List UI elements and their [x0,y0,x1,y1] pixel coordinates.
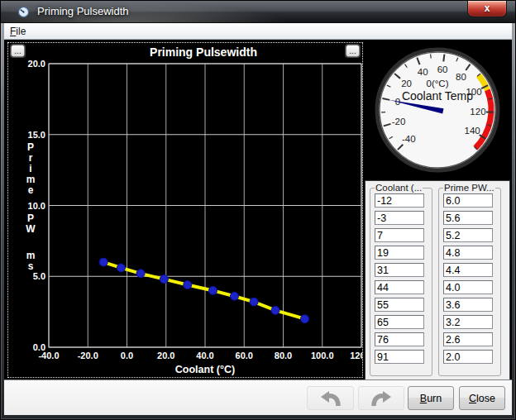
bins-group-coolant-header: Coolant (... [375,183,423,193]
table-cell-input[interactable] [375,263,424,277]
svg-text:Coolant (°C): Coolant (°C) [175,364,235,375]
svg-text:Priming Pulsewidth: Priming Pulsewidth [150,45,257,59]
close-dialog-button[interactable]: Close [459,386,505,410]
priming-pulsewidth-chart[interactable]: Priming Pulsewidth-40.0-20.00.020.040.06… [8,43,362,377]
svg-text:Coolant Temp: Coolant Temp [402,89,473,103]
table-cell-input[interactable] [375,246,424,260]
window-title: Priming Pulsewidth [37,5,129,17]
menubar: File [4,23,512,40]
svg-text:P: P [27,141,34,153]
bins-group-prime-pw-header: Prime PW... [443,183,495,193]
svg-text:20.0: 20.0 [157,351,174,360]
svg-text:10.0: 10.0 [28,201,45,211]
footer-bar: Burn Close [4,379,512,415]
redo-icon [370,389,393,408]
chart-data-point[interactable] [184,281,192,289]
table-cell-input[interactable] [443,315,493,329]
chart-data-point[interactable] [208,286,217,294]
dialog-content: ... ... Priming Pulsewidth-40.0-20.00.02… [4,40,512,415]
svg-text:80.0: 80.0 [275,351,292,360]
redo-button[interactable] [358,386,404,410]
coolant-bins-column [375,193,428,364]
bins-table-panel: Coolant (... Prime PW... [365,180,510,379]
svg-text:r: r [29,152,33,164]
svg-text:0.0: 0.0 [33,342,45,352]
chart-options-button-right[interactable]: ... [346,45,360,57]
svg-text:40: 40 [418,67,428,77]
svg-text:100.0: 100.0 [311,351,334,360]
table-cell-input[interactable] [443,350,493,364]
undo-button[interactable] [307,386,354,410]
svg-text:P: P [27,212,34,224]
table-cell-input[interactable] [443,228,493,242]
chart-data-point[interactable] [160,275,168,284]
chart-data-point[interactable] [300,315,308,323]
coolant-temp-gauge: -40-200204060801001201400(°C)Coolant Tem… [366,41,509,179]
bins-group-coolant: Coolant (... [370,183,432,376]
svg-text:0.0: 0.0 [121,351,133,360]
chart-data-point[interactable] [99,258,108,266]
svg-text:20.0: 20.0 [28,59,45,69]
svg-text:m: m [26,174,36,185]
table-cell-input[interactable] [375,298,424,312]
table-cell-input[interactable] [375,315,424,329]
svg-text:-20: -20 [392,117,406,126]
menu-item-file[interactable]: File [4,23,31,39]
svg-text:140: 140 [464,126,480,136]
svg-text:15.0: 15.0 [28,130,45,140]
svg-text:40.0: 40.0 [196,351,213,360]
burn-button[interactable]: Burn [408,386,454,410]
table-cell-input[interactable] [443,211,493,225]
priming-pulsewidth-window: Priming Pulsewidth x File ... ... Primin… [0,0,516,420]
table-cell-input[interactable] [443,193,493,208]
table-cell-input[interactable] [375,332,424,346]
chart-data-point[interactable] [117,264,125,272]
table-cell-input[interactable] [375,193,424,208]
svg-text:W: W [26,223,36,235]
svg-text:e: e [28,184,34,196]
svg-text:60.0: 60.0 [236,351,253,360]
svg-text:20: 20 [401,79,412,88]
table-cell-input[interactable] [443,263,493,277]
table-cell-input[interactable] [375,211,424,225]
svg-text:-20.0: -20.0 [78,351,98,360]
svg-text:5.0: 5.0 [33,271,45,281]
titlebar: Priming Pulsewidth x [1,1,515,23]
bins-group-prime-pw: Prime PW... [438,183,501,376]
svg-text:120: 120 [470,107,485,117]
svg-text:120.0: 120.0 [350,351,362,360]
titlebar-close-button[interactable]: x [467,1,507,17]
svg-text:i: i [29,163,31,174]
table-cell-input[interactable] [375,350,424,364]
table-cell-input[interactable] [443,246,493,260]
svg-text:m: m [26,250,36,261]
svg-text:80: 80 [456,72,466,82]
table-cell-input[interactable] [443,280,493,294]
prime-pw-bins-column [443,193,496,364]
chart-data-point[interactable] [271,306,280,314]
table-cell-input[interactable] [375,228,424,242]
chart-panel: ... ... Priming Pulsewidth-40.0-20.00.02… [7,42,363,378]
svg-text:s: s [28,260,34,272]
table-cell-input[interactable] [375,280,424,294]
chart-data-point[interactable] [250,298,258,306]
svg-text:60: 60 [437,64,448,74]
table-cell-input[interactable] [443,298,493,312]
chart-options-button-left[interactable]: ... [11,45,25,57]
chart-data-point[interactable] [230,292,238,300]
svg-text:-40: -40 [402,134,416,144]
app-icon [17,6,30,18]
table-cell-input[interactable] [443,332,493,346]
chart-data-point[interactable] [136,270,145,278]
undo-icon [319,389,342,408]
gauge-panel: -40-200204060801001201400(°C)Coolant Tem… [365,40,510,180]
svg-text:0(°C): 0(°C) [427,79,449,88]
